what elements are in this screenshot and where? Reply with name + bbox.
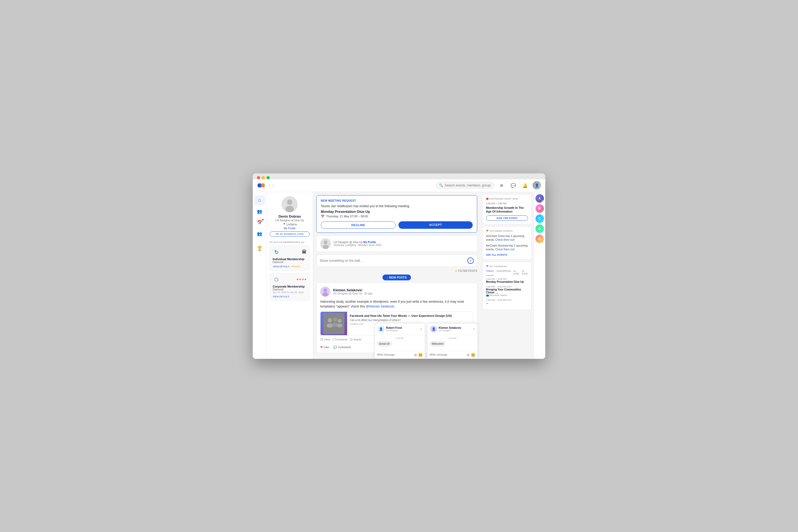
accept-button[interactable]: ACCEPT: [398, 221, 473, 229]
wall-post-button[interactable]: +: [467, 258, 474, 264]
svg-point-6: [324, 241, 327, 244]
sidebar-item-home[interactable]: ⌂: [254, 195, 265, 205]
post-link-desc-1: Can a UI affect our interpretation of ot…: [350, 319, 470, 322]
my-business-card-button[interactable]: 🪪 MY BUSINESS CARD: [270, 231, 310, 237]
topbar-bell-icon[interactable]: 🔔: [521, 181, 529, 190]
membership-logo-2: ⬡: [273, 276, 280, 283]
online-user-1[interactable]: A: [535, 194, 544, 203]
happening-now-title: 🔴 HAPPENING RIGHT NOW: [486, 198, 528, 200]
topbar-message-icon[interactable]: 💬: [509, 181, 518, 190]
membership-icons-2: ⬡ ✦✦✦✦: [273, 276, 307, 283]
profile-mini-info: UX Designer @ Glue Up My Profile Sloveni…: [334, 241, 473, 247]
post-meta-1: UX Designer @ Glue Up · 3h ago: [333, 292, 373, 295]
wall-input[interactable]: [320, 259, 465, 263]
online-user-1-initial: A: [538, 196, 541, 200]
minimize-button[interactable]: [262, 176, 265, 179]
maximize-button[interactable]: [267, 176, 270, 179]
search-icon: 🔍: [439, 184, 443, 187]
wall-input-row: +: [316, 254, 477, 267]
online-user-4-initial: D: [538, 227, 541, 231]
chat-messages-1: 8:34 AM Great UI!: [375, 335, 425, 351]
chat-input-1[interactable]: [377, 353, 413, 356]
profile-mini-role: UX Designer @ Glue Up My Profile: [334, 241, 473, 244]
online-dot-2: [542, 210, 544, 212]
cal-tab-june14[interactable]: 14 JUNE: [513, 270, 519, 276]
topbar-grid-icon[interactable]: ⊞: [497, 181, 506, 190]
comment-button-1[interactable]: 💬 Comment: [333, 345, 351, 349]
membership-flag-2: ✦✦✦✦: [296, 278, 307, 281]
chat-input-row-2: ⊕ 😊: [428, 351, 477, 359]
meeting-date: 📅 Thursday, 21 May 07:00 – 08:00: [321, 215, 473, 218]
membership-name-1: Individual Membership: [273, 258, 307, 261]
membership-card-1: ↻ 🏛 Individual Membership Diamond VIEW D…: [270, 246, 310, 271]
cal-event-1-title: Monday Presentation Glue Up: [486, 280, 528, 283]
join-event-button[interactable]: JOIN THE EVENT: [486, 215, 528, 221]
profile-role: UX Designer at Glue Up: [270, 219, 310, 222]
cal-tab-today[interactable]: TODAY: [486, 270, 494, 276]
online-user-5[interactable]: E: [535, 234, 544, 243]
view-details-link-2[interactable]: VIEW DETAILS: [273, 295, 289, 298]
profile-mini-link[interactable]: My Profile: [363, 241, 376, 244]
online-user-2[interactable]: B: [535, 204, 544, 213]
topbar-icons: ⊞ 💬 🔔 👤: [497, 181, 541, 190]
happening-icon: 🔴: [486, 198, 489, 200]
user-avatar: 👤: [533, 181, 541, 190]
view-details-link-1[interactable]: VIEW DETAILS: [273, 265, 289, 268]
my-profile-link[interactable]: My Profile: [270, 227, 310, 230]
sidebar-item-events[interactable]: 📅: [254, 217, 265, 228]
like-button-1[interactable]: ❤ Like: [320, 345, 329, 349]
sidebar-item-members[interactable]: 👥: [254, 206, 265, 216]
chat-input-2[interactable]: [430, 353, 466, 356]
events-icon: 📅: [257, 220, 262, 225]
topbar-menu-dots[interactable]: ⋮⋮: [268, 183, 275, 188]
traffic-lights: [257, 176, 270, 179]
profile-mini-card: UX Designer @ Glue Up My Profile Sloveni…: [316, 235, 477, 252]
online-user-3-initial: C: [538, 217, 541, 221]
chat-emoji-icon-1[interactable]: 😊: [418, 353, 423, 357]
chat-input-row-1: ⊕ 😊: [375, 351, 425, 359]
meeting-intro-text: Teunis Jan Veldhuizen has invited you to…: [321, 204, 473, 208]
renew-link-1[interactable]: RENEW: [291, 265, 300, 268]
profile-mini-avatar: [320, 238, 331, 249]
close-button[interactable]: [257, 176, 260, 179]
cal-event-2-time: 4:45 PM – 5:45 PM CET: [486, 285, 528, 288]
comment-icon: 💬: [333, 345, 337, 349]
chat-close-2[interactable]: ×: [473, 327, 475, 331]
chat-close-1[interactable]: ×: [420, 327, 422, 331]
upcoming-event-1-link[interactable]: Check them out!: [495, 238, 515, 241]
chat-window-2: 👤 Klemen Selakovic UX Designer × 8:34 AM…: [427, 323, 478, 359]
sidebar-item-awards[interactable]: 🏆: [254, 243, 265, 253]
decline-button[interactable]: DECLINE: [321, 221, 396, 229]
post-author-name-1: Klemen Selakovic: [333, 288, 373, 292]
cal-tab-june15[interactable]: 15 JUNE: [521, 270, 528, 276]
chat-add-icon-2[interactable]: ⊕: [467, 353, 470, 357]
search-input[interactable]: [445, 184, 491, 187]
svg-point-12: [328, 318, 332, 322]
chat-add-icon-1[interactable]: ⊕: [414, 353, 417, 357]
chat-bubble-2: Welcome!: [430, 341, 445, 347]
events-badge: [262, 218, 264, 221]
chat-emoji-icon-2[interactable]: 😊: [471, 353, 475, 357]
app-logo: [257, 182, 265, 189]
cal-event-3: 7:45 PM – 8:45 PM CFT ...: [486, 299, 528, 304]
sidebar-item-groups[interactable]: 👥: [254, 229, 265, 239]
upcoming-event-2: AmCham Slovenia has 2 upcoming events. C…: [486, 244, 528, 251]
new-posts-row: ↑ NEW POSTS: [316, 274, 477, 280]
see-all-events-link[interactable]: SEE ALL EVENTS: [486, 253, 528, 256]
upcoming-event-2-link[interactable]: Check them out!: [495, 248, 515, 251]
online-user-4[interactable]: D: [535, 225, 544, 233]
online-dot-1: [542, 200, 544, 203]
new-posts-button[interactable]: ↑ NEW POSTS: [382, 274, 411, 280]
happening-time: 2:45 PM – 3:45 PM: [486, 202, 528, 205]
topbar-avatar[interactable]: 👤: [533, 181, 541, 190]
meeting-request-card: NEW MEETING REQUEST Teunis Jan Veldhuize…: [316, 195, 477, 233]
svg-point-17: [337, 324, 342, 327]
cal-tab-tomorrow[interactable]: TOMORROW: [496, 270, 511, 276]
left-panel: Denis Dobras UX Designer at Glue Up 📍 Lj…: [267, 192, 313, 359]
teams-icon: 📺: [486, 294, 489, 297]
filter-posts-button[interactable]: ⚡ FILTER POSTS: [454, 269, 477, 272]
post-mention-link[interactable]: @Klemen Selakovic: [366, 305, 395, 308]
membership-level-2: Diamond: [273, 288, 307, 291]
upcoming-event-1: AmCham China has 2 upcoming events. Chec…: [486, 234, 528, 242]
online-user-3[interactable]: C: [535, 214, 544, 223]
